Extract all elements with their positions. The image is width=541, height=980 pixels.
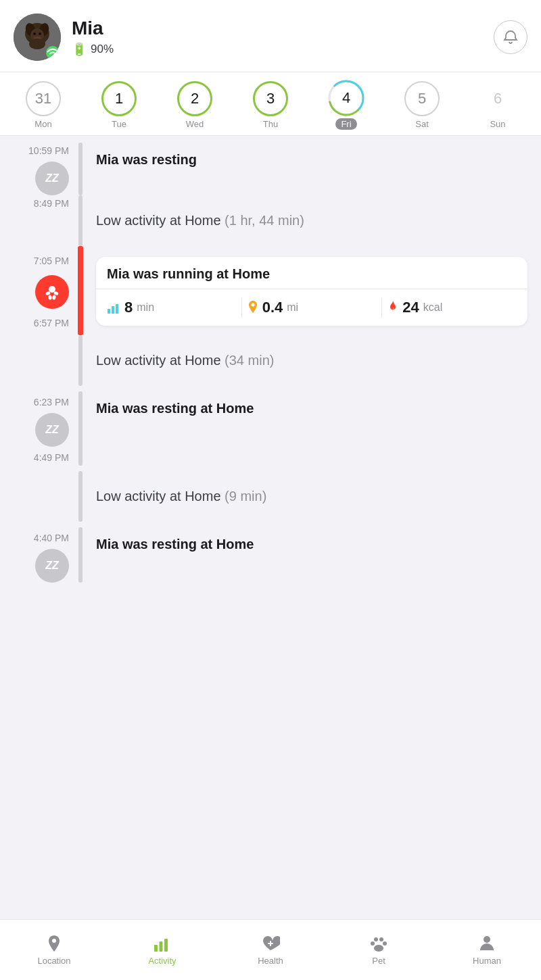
location-icon <box>45 934 64 953</box>
content-low3: Low activity at Home (9 min) <box>87 471 541 522</box>
day-31[interactable]: 31 Mon <box>26 81 61 129</box>
day-31-circle: 31 <box>26 81 61 116</box>
day-6-circle: 6 <box>480 81 515 116</box>
bar-line-low1 <box>78 195 83 246</box>
nav-health[interactable]: Health <box>216 929 325 971</box>
time-col-rest3: 4:40 PM ZZ <box>0 527 74 583</box>
svg-point-25 <box>374 937 378 941</box>
time-col-low1: 8:49 PM <box>0 195 74 246</box>
svg-point-8 <box>29 39 45 49</box>
resting-title-2: Mia was resting at Home <box>96 399 527 417</box>
day-5[interactable]: 5 Sat <box>404 81 440 129</box>
day-4-circle: 4 <box>329 80 364 116</box>
day-4[interactable]: 4 Fri <box>329 80 364 130</box>
day-6[interactable]: 6 Sun <box>480 81 515 129</box>
running-title: Mia was running at Home <box>96 257 527 289</box>
time-col-1: 10:59 PM ZZ <box>0 143 74 195</box>
stat-duration-unit: min <box>137 301 154 314</box>
stat-calories-value: 24 <box>402 299 419 316</box>
svg-rect-19 <box>116 304 118 314</box>
nav-location[interactable]: Location <box>0 929 108 971</box>
svg-point-21 <box>52 939 56 943</box>
time-449: 4:49 PM <box>34 449 69 463</box>
zz-icon-3: ZZ <box>45 560 59 572</box>
svg-point-30 <box>484 936 490 943</box>
low-activity-3: Low activity at Home (9 min) <box>96 476 527 516</box>
resting-icon-1: ZZ <box>35 162 69 195</box>
stat-calories: 24 kcal <box>387 299 517 316</box>
bar-col-1 <box>74 143 87 195</box>
svg-point-28 <box>383 941 387 946</box>
low-activity-1-duration: (1 hr, 44 min) <box>225 213 304 228</box>
activity-icon <box>153 934 172 953</box>
svg-rect-22 <box>154 945 158 952</box>
bar-col-rest2 <box>74 391 87 466</box>
timeline-entry-resting-2: 6:23 PM ZZ 4:49 PM Mia was resting at Ho… <box>0 386 541 471</box>
nav-location-label: Location <box>37 956 70 966</box>
nav-activity[interactable]: Activity <box>108 929 216 971</box>
bar-line-rest3 <box>78 527 83 583</box>
nav-activity-label: Activity <box>148 956 176 966</box>
health-icon <box>261 934 280 953</box>
content-1: Mia was resting <box>87 143 541 195</box>
bar-col-low3 <box>74 471 87 522</box>
bell-button[interactable] <box>494 20 527 54</box>
time-623: 6:23 PM <box>34 394 69 408</box>
stat-distance-unit: mi <box>287 301 298 314</box>
time-1059: 10:59 PM <box>28 143 69 156</box>
bar-col-run <box>74 246 87 335</box>
day-5-circle: 5 <box>404 81 440 116</box>
resting-icon-2: ZZ <box>35 413 69 447</box>
low-activity-2: Low activity at Home (34 min) <box>96 341 527 381</box>
bar-col-low1 <box>74 195 87 246</box>
bar-line-low3 <box>78 471 83 522</box>
content-low2: Low activity at Home (34 min) <box>87 335 541 386</box>
day-1[interactable]: 1 Tue <box>101 81 137 129</box>
zz-icon-2: ZZ <box>45 424 59 436</box>
resting-title-3: Mia was resting at Home <box>96 535 527 553</box>
svg-point-27 <box>371 941 375 946</box>
low-activity-2-duration: (34 min) <box>225 353 274 368</box>
time-440: 4:40 PM <box>34 530 69 543</box>
pet-name: Mia <box>72 18 494 39</box>
pet-icon <box>369 934 388 953</box>
svg-rect-17 <box>108 309 110 314</box>
bottom-nav: Location Activity Health Pet <box>0 919 541 980</box>
resting-icon-3: ZZ <box>35 549 69 583</box>
nav-pet[interactable]: Pet <box>325 929 433 971</box>
content-run: Mia was running at Home 8 min <box>87 246 541 335</box>
day-3[interactable]: 3 Thu <box>253 81 288 129</box>
date-strip: 31 Mon 1 Tue 2 Wed 3 Thu 4 Fri 5 Sat 6 S… <box>0 72 541 136</box>
stat-distance: 0.4 mi <box>248 299 377 316</box>
battery-icon: 🔋 <box>72 42 87 57</box>
day-1-label: Tue <box>112 119 126 129</box>
svg-point-15 <box>48 295 52 300</box>
pet-info: Mia 🔋 90% <box>72 18 494 57</box>
timeline-entry-low-2: Low activity at Home (34 min) <box>0 335 541 386</box>
bar-line-rest2 <box>78 391 83 466</box>
day-2-label: Wed <box>186 119 204 129</box>
bar-col-low2 <box>74 335 87 386</box>
bar-line-1 <box>78 143 83 195</box>
timeline-entry-running[interactable]: 7:05 PM 6:57 PM Mia was running at Home <box>0 246 541 335</box>
nav-human[interactable]: Human <box>433 929 541 971</box>
day-6-label: Sun <box>490 119 505 129</box>
content-rest3: Mia was resting at Home <box>87 527 541 583</box>
day-2-circle: 2 <box>177 81 212 116</box>
time-col-run: 7:05 PM 6:57 PM <box>0 246 74 335</box>
time-col-low2 <box>0 335 74 386</box>
stat-calories-unit: kcal <box>423 301 442 314</box>
day-2[interactable]: 2 Wed <box>177 81 212 129</box>
svg-point-20 <box>251 303 254 307</box>
running-card[interactable]: Mia was running at Home 8 min <box>96 257 527 326</box>
low-activity-3-duration: (9 min) <box>225 489 266 504</box>
stat-divider-2 <box>381 297 382 318</box>
svg-point-7 <box>39 32 41 35</box>
time-705: 7:05 PM <box>34 253 69 266</box>
content-rest2: Mia was resting at Home <box>87 391 541 466</box>
running-stats: 8 min 0.4 mi <box>96 289 527 326</box>
svg-point-6 <box>33 32 36 35</box>
nav-human-label: Human <box>473 956 501 966</box>
day-4-label: Fri <box>335 118 356 130</box>
bar-line-low2 <box>78 335 83 386</box>
